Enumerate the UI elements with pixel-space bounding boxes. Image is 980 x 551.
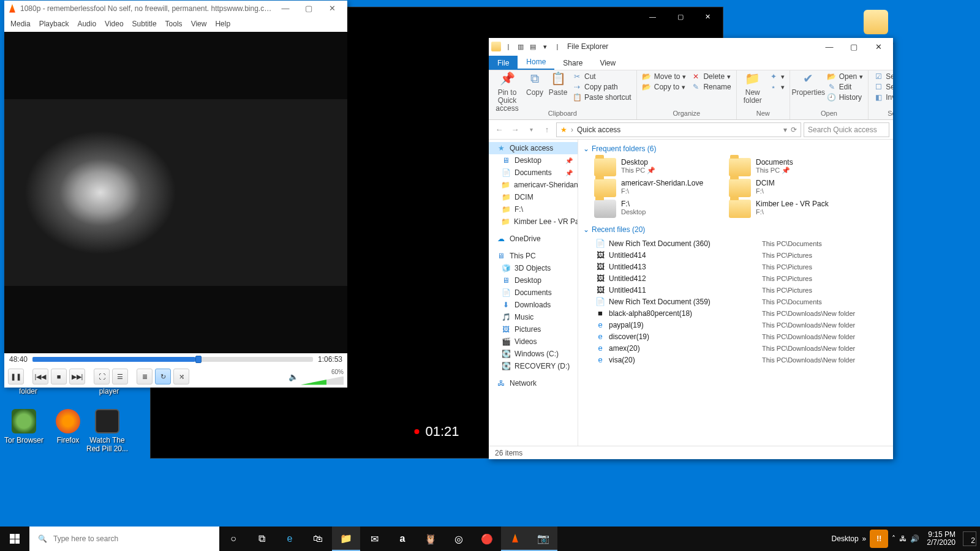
taskbar-mail[interactable]: ✉ — [360, 527, 388, 551]
recent-file[interactable]: 📄New Rich Text Document (360)This PC\Doc… — [592, 238, 893, 249]
dropdown-icon[interactable]: ▾ — [783, 126, 787, 134]
system-tray[interactable]: Desktop » !! ˄ 🖧 🔊 9:15 PM 2/7/2020 2 — [828, 530, 980, 548]
stop-button[interactable]: ■ — [51, 369, 67, 384]
ext-settings-button[interactable]: ☰ — [112, 369, 128, 384]
sidebar-item-fdrive[interactable]: 📁F:\ — [489, 203, 578, 216]
tray-overflow-icon[interactable]: ˄ — [892, 534, 895, 543]
close-button[interactable]: ✕ — [694, 7, 722, 26]
taskbar-app2[interactable]: 🔴 — [473, 527, 501, 551]
tab-home[interactable]: Home — [518, 54, 554, 70]
sidebar-item-documents[interactable]: 📄Documents📌 — [489, 167, 578, 179]
sidebar-item-3dobjects[interactable]: 🧊3D Objects — [489, 262, 578, 274]
close-button[interactable]: ✕ — [320, 4, 344, 13]
frequent-folder[interactable]: Kimber Lee - VR PackF:\ — [729, 200, 858, 218]
sidebar-item-americavr[interactable]: 📁americavr-Sheridan. — [489, 179, 578, 191]
recent-file[interactable]: eamex(20)This PC\Downloads\New folder — [592, 342, 893, 354]
minimize-button[interactable]: ― — [639, 7, 666, 26]
paste-shortcut-button[interactable]: 📋Paste shortcut — [571, 92, 633, 102]
new-folder-button[interactable]: 📁New folder — [741, 72, 765, 105]
search-input[interactable]: Search Quick access — [804, 122, 889, 137]
new-item-button[interactable]: ✦▾ — [767, 72, 786, 81]
address-bar[interactable]: ★ › Quick access ▾ ⟳ — [556, 122, 801, 137]
recent-file[interactable]: epaypal(19)This PC\Downloads\New folder — [592, 319, 893, 331]
refresh-button[interactable]: ⟳ — [791, 126, 797, 134]
sidebar-item-downloads[interactable]: ⬇Downloads — [489, 299, 578, 311]
menu-playback[interactable]: Playback — [39, 20, 69, 28]
open-button[interactable]: 📂Open ▾ — [826, 72, 864, 81]
tab-file[interactable]: File — [489, 56, 518, 70]
taskbar-amazon[interactable]: a — [388, 527, 417, 551]
desktop-toolbar-label[interactable]: Desktop — [832, 534, 859, 543]
sidebar-item-windowsc[interactable]: 💽Windows (C:) — [489, 348, 578, 360]
qat-dropdown-icon[interactable]: ▾ — [540, 42, 550, 51]
frequent-folder[interactable]: americavr-Sheridan.LoveF:\ — [594, 179, 723, 197]
tray-update-icon[interactable]: !! — [870, 530, 888, 548]
recent-file[interactable]: 🖼Untitled412This PC\Pictures — [592, 272, 893, 284]
desktop-icon-tor[interactable]: Tor Browser — [2, 409, 45, 444]
copy-button[interactable]: ⧉Copy — [524, 72, 545, 97]
properties-button[interactable]: ✔Properties — [794, 72, 823, 97]
breadcrumb[interactable]: Quick access — [577, 126, 620, 134]
rename-button[interactable]: ✎Rename — [690, 82, 732, 92]
sidebar-item-network[interactable]: 🖧Network — [489, 377, 578, 389]
recent-file[interactable]: evisa(20)This PC\Downloads\New folder — [592, 354, 893, 365]
taskbar-store[interactable]: 🛍 — [304, 527, 332, 551]
playlist-button[interactable]: ≣ — [137, 369, 153, 384]
frequent-folder[interactable]: F:\Desktop — [594, 200, 723, 218]
sidebar-item-music[interactable]: 🎵Music — [489, 311, 578, 323]
taskview-button[interactable]: ⧉ — [247, 527, 276, 551]
sidebar-item-videos[interactable]: 🎬Videos — [489, 335, 578, 348]
recent-file[interactable]: ediscover(19)This PC\Downloads\New folde… — [592, 331, 893, 342]
recent-file[interactable]: ■black-alpha80percent(18)This PC\Downloa… — [592, 307, 893, 319]
taskbar-camera[interactable]: 📷 — [529, 527, 557, 551]
frequent-folder[interactable]: DesktopThis PC 📌 — [594, 158, 723, 176]
tray-clock[interactable]: 9:15 PM 2/7/2020 — [923, 531, 959, 547]
speaker-icon[interactable]: 🔈 — [288, 372, 298, 381]
frequent-folder[interactable]: DCIMF:\ — [729, 179, 858, 197]
shuffle-button[interactable]: ⤨ — [173, 369, 189, 384]
vlc-window[interactable]: 1080p - rememberlessfool No self, no fre… — [4, 1, 347, 388]
close-button[interactable]: ✕ — [866, 42, 891, 51]
pin-quickaccess-button[interactable]: 📌Pin to Quick access — [492, 72, 522, 113]
sidebar-item-kimber[interactable]: 📁Kimber Lee - VR Pac — [489, 216, 578, 228]
select-none-button[interactable]: ☐Select non — [872, 82, 893, 92]
navigation-pane[interactable]: ★Quick access 🖥Desktop📌 📄Documents📌 📁ame… — [489, 140, 578, 446]
desktop-icon-firefox[interactable]: Firefox — [47, 409, 89, 444]
qat-properties-icon[interactable]: ▥ — [516, 42, 526, 51]
menu-audio[interactable]: Audio — [77, 20, 96, 28]
back-button[interactable]: ← — [492, 123, 506, 137]
seek-bar[interactable] — [32, 357, 313, 362]
taskbar[interactable]: 🔍Type here to search ○ ⧉ e 🛍 📁 ✉ a 🦉 ◎ 🔴… — [0, 527, 980, 551]
maximize-button[interactable]: ▢ — [666, 7, 694, 26]
tray-volume-icon[interactable]: 🔊 — [910, 534, 919, 543]
recent-file[interactable]: 📄New Rich Text Document (359)This PC\Doc… — [592, 296, 893, 307]
sidebar-item-dcim[interactable]: 📁DCIM — [489, 191, 578, 203]
file-explorer-window[interactable]: | ▥ ▤ ▾ | File Explorer ― ▢ ✕ File Home … — [489, 38, 893, 459]
content-pane[interactable]: ⌄Frequent folders (6) DesktopThis PC 📌Do… — [578, 140, 893, 446]
cortana-button[interactable]: ○ — [219, 527, 247, 551]
desktop-icon-player[interactable]: player — [88, 387, 130, 395]
copyto-button[interactable]: 📂Copy to ▾ — [641, 82, 688, 92]
recent-files-header[interactable]: ⌄Recent files (20) — [582, 223, 893, 236]
menu-tools[interactable]: Tools — [165, 20, 183, 28]
menu-help[interactable]: Help — [215, 20, 230, 28]
maximize-button[interactable]: ▢ — [297, 4, 320, 13]
sidebar-item-thispc[interactable]: 🖥This PC — [489, 250, 578, 262]
tab-share[interactable]: Share — [554, 56, 591, 70]
paste-button[interactable]: 📋Paste — [548, 72, 568, 97]
minimize-button[interactable]: ― — [274, 4, 297, 13]
frequent-folders-header[interactable]: ⌄Frequent folders (6) — [582, 142, 893, 156]
moveto-button[interactable]: 📂Move to ▾ — [641, 72, 688, 81]
sidebar-item-quickaccess[interactable]: ★Quick access — [489, 142, 578, 154]
next-button[interactable]: ▶▶| — [69, 369, 85, 384]
recent-file[interactable]: 🖼Untitled411This PC\Pictures — [592, 284, 893, 296]
fe-titlebar[interactable]: | ▥ ▤ ▾ | File Explorer ― ▢ ✕ — [489, 38, 893, 55]
forward-button[interactable]: → — [508, 123, 522, 137]
delete-button[interactable]: ✕Delete ▾ — [690, 72, 732, 81]
recent-file[interactable]: 🖼Untitled414This PC\Pictures — [592, 249, 893, 261]
loop-button[interactable]: ↻ — [155, 369, 171, 384]
pause-button[interactable]: ❚❚ — [8, 369, 24, 384]
recent-file[interactable]: 🖼Untitled413This PC\Pictures — [592, 261, 893, 272]
taskbar-app1[interactable]: ◎ — [445, 527, 473, 551]
invert-sel-button[interactable]: ◧Invert sele — [872, 92, 893, 102]
